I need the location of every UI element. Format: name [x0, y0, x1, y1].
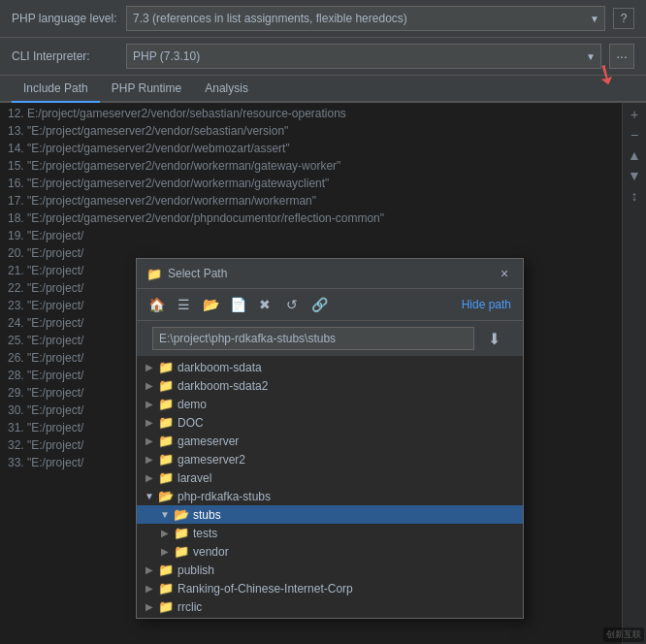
- tree-item-label: gameserver: [178, 435, 239, 448]
- modal-close-button[interactable]: ×: [496, 265, 513, 282]
- modal-refresh-button[interactable]: ↺: [280, 293, 304, 316]
- tree-arrow-icon: ▶: [160, 546, 170, 557]
- folder-icon: 📁: [158, 434, 174, 448]
- modal-folder-open-button[interactable]: 📂: [199, 293, 222, 316]
- tree-arrow-icon: ▶: [145, 435, 154, 446]
- tree-item-label: vendor: [193, 545, 229, 559]
- tree-arrow-icon: ▶: [145, 583, 154, 594]
- tree-arrow-icon: ▶: [145, 417, 154, 428]
- modal-new-folder-button[interactable]: 📄: [226, 293, 249, 316]
- tree-item[interactable]: ▶📁 laravel: [137, 468, 523, 487]
- folder-icon: 📁: [158, 378, 174, 393]
- tree-item-selected[interactable]: ▼📂 stubs: [137, 505, 523, 524]
- main-panel: PHP language level: 7.3 (references in l…: [0, 0, 646, 644]
- folder-icon: 📂: [174, 507, 189, 522]
- tree-item-label: Ranking-of-Chinese-Internet-Corp: [178, 582, 353, 596]
- tree-arrow-icon: ▶: [145, 601, 154, 612]
- help-button[interactable]: ?: [613, 8, 634, 29]
- tree-arrow-icon: ▶: [160, 528, 170, 538]
- php-level-dropdown[interactable]: 7.3 (references in list assignments, fle…: [126, 6, 605, 31]
- modal-folder-icon: 📁: [146, 267, 162, 281]
- cli-row: CLI Interpreter: PHP (7.3.10) ▼ ···: [0, 38, 646, 76]
- tree-arrow-icon: ▶: [145, 472, 154, 483]
- select-path-modal: 📁 Select Path × 🏠 ☰ 📂 📄 ✖ ↺ 🔗 Hide path: [136, 258, 524, 619]
- php-level-label: PHP language level:: [12, 12, 118, 25]
- cli-dropdown[interactable]: PHP (7.3.10): [126, 44, 601, 69]
- tree-item-label: darkboom-sdata: [178, 361, 262, 374]
- cli-dropdown-wrapper: PHP (7.3.10) ▼: [126, 44, 601, 69]
- hide-path-button[interactable]: Hide path: [458, 296, 515, 313]
- folder-icon: 📁: [158, 563, 174, 577]
- folder-icon: 📁: [158, 397, 174, 411]
- tree-item-label: laravel: [178, 471, 211, 485]
- php-level-row: PHP language level: 7.3 (references in l…: [0, 0, 646, 38]
- tree-item[interactable]: ▼📂 php-rdkafka-stubs: [137, 487, 523, 505]
- tree-item[interactable]: ▶📁 vendor: [137, 542, 523, 561]
- modal-link-button[interactable]: 🔗: [307, 293, 331, 316]
- tree-item[interactable]: ▶📁 gameserver: [137, 432, 523, 450]
- folder-icon: 📁: [158, 599, 174, 614]
- tree-item-label: rrclic: [178, 600, 202, 614]
- folder-icon: 📁: [174, 544, 189, 559]
- tab-include-path[interactable]: Include Path: [12, 76, 100, 103]
- tree-item-label: darkboom-sdata2: [178, 379, 268, 393]
- tree-item[interactable]: ▶📁 publish: [137, 561, 523, 579]
- tree-item-label: DOC: [178, 416, 204, 430]
- modal-toolbar: 🏠 ☰ 📂 📄 ✖ ↺ 🔗 Hide path: [137, 289, 523, 321]
- tree-arrow-icon: ▼: [160, 509, 170, 520]
- tree-item[interactable]: ▶📁 demo: [137, 395, 523, 413]
- php-level-dropdown-wrapper: 7.3 (references in list assignments, fle…: [126, 6, 605, 31]
- cli-label: CLI Interpreter:: [12, 49, 118, 63]
- tree-item[interactable]: ▶📁 DOC: [137, 413, 523, 432]
- folder-icon: 📂: [158, 489, 174, 503]
- tree-arrow-icon: ▶: [145, 362, 154, 372]
- tabs-row: Include Path PHP Runtime Analysis ➘: [0, 76, 646, 103]
- modal-home-button[interactable]: 🏠: [145, 293, 168, 316]
- tree-item-label: tests: [193, 527, 217, 540]
- folder-icon: 📁: [158, 360, 174, 374]
- modal-path-row: ⬇: [137, 321, 523, 356]
- modal-title-text: Select Path: [168, 267, 227, 280]
- folder-icon: 📁: [158, 415, 174, 430]
- folder-icon: 📁: [174, 526, 189, 540]
- modal-title-row: 📁 Select Path: [146, 267, 227, 281]
- tree-arrow-icon: ▶: [145, 454, 154, 465]
- tree-item[interactable]: ▶📁 gameserver2: [137, 450, 523, 468]
- tab-php-runtime[interactable]: PHP Runtime: [100, 76, 193, 103]
- tree-item-label: gameserver2: [178, 453, 245, 467]
- tree-arrow-icon: ▶: [145, 564, 154, 575]
- modal-delete-button[interactable]: ✖: [253, 293, 276, 316]
- tree-arrow-icon: ▶: [145, 399, 154, 409]
- tree-item[interactable]: ▶📁 tests: [137, 524, 523, 542]
- path-list-area: 12. E:/project/gameserver2/vendor/sebast…: [0, 103, 646, 644]
- tree-item-label: php-rdkafka-stubs: [178, 490, 271, 503]
- modal-overlay: 📁 Select Path × 🏠 ☰ 📂 📄 ✖ ↺ 🔗 Hide path: [0, 103, 646, 644]
- folder-icon: 📁: [158, 452, 174, 467]
- folder-icon: 📁: [158, 581, 174, 596]
- tree-arrow-icon: ▶: [145, 380, 154, 391]
- tab-analysis[interactable]: Analysis: [193, 76, 260, 103]
- modal-download-button[interactable]: ⬇: [482, 327, 505, 350]
- file-tree: ▶📁 darkboom-sdata▶📁 darkboom-sdata2▶📁 de…: [137, 356, 523, 618]
- tree-item-label: stubs: [193, 508, 221, 522]
- tree-arrow-icon: ▼: [145, 491, 154, 501]
- tree-item[interactable]: ▶📁 darkboom-sdata2: [137, 376, 523, 395]
- tree-item-label: demo: [178, 398, 207, 411]
- tree-item[interactable]: ▶📁 darkboom-sdata: [137, 358, 523, 376]
- modal-path-input[interactable]: [152, 327, 474, 350]
- modal-header: 📁 Select Path ×: [137, 259, 523, 289]
- tree-item-label: publish: [178, 564, 214, 577]
- folder-icon: 📁: [158, 470, 174, 485]
- tree-item[interactable]: ▶📁 Ranking-of-Chinese-Internet-Corp: [137, 579, 523, 597]
- modal-list-button[interactable]: ☰: [172, 293, 195, 316]
- tree-item[interactable]: ▶📁 rrclic: [137, 597, 523, 616]
